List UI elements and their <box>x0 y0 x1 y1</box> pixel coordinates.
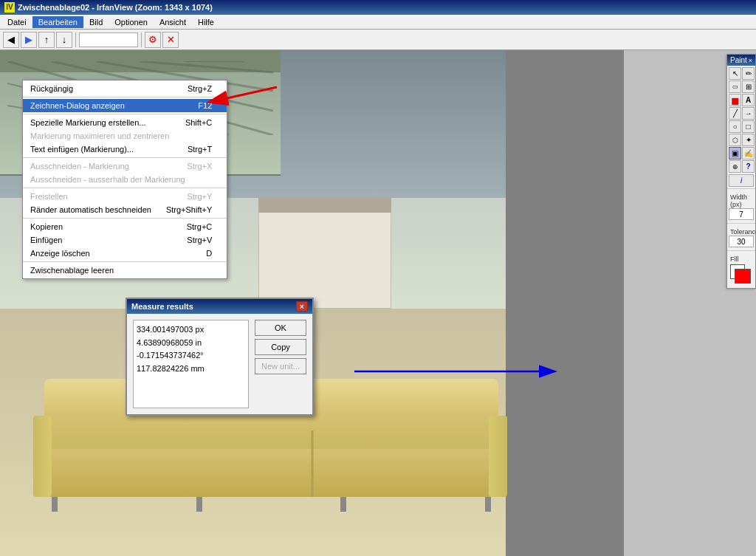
couch-leg-4 <box>485 497 491 512</box>
menu-bar: Datei Bearbeiten Bild Optionen Ansicht H… <box>0 15 756 30</box>
paint-tool-circle[interactable]: ○ <box>729 120 741 133</box>
ok-button[interactable]: OK <box>255 320 306 336</box>
sep6 <box>23 261 227 262</box>
toolbar-sep2 <box>141 32 142 47</box>
paint-tolerance-label: Tolerance <box>729 227 754 236</box>
svg-line-3 <box>140 61 273 72</box>
paint-tool-pointer[interactable]: ↖ <box>729 67 741 80</box>
menu-copy[interactable]: Kopieren Strg+C <box>23 220 227 233</box>
dialog-text-area: 334.001497003 px 4.63890968059 in -0.171… <box>133 320 249 408</box>
couch-arm-right <box>489 416 507 497</box>
toolbar-up-btn[interactable]: ↑ <box>38 32 55 48</box>
menu-auto-crop[interactable]: Ränder automatisch beschneiden Strg+Shif… <box>23 203 227 216</box>
paint-panel: Paint × ↖ ✏ ▭ ⊞ ◼ A ╱ → ○ □ ⬡ ✦ ▣ ✍ ⊕ ? … <box>726 54 756 289</box>
measure-line-4: 117.82824226 mm <box>137 363 245 376</box>
red-arrow-menu <box>137 80 284 140</box>
dialog-close-btn[interactable]: × <box>296 301 308 312</box>
dialog-title: Measure results <box>131 302 193 311</box>
menu-paste[interactable]: Einfügen Strg+V <box>23 233 227 247</box>
menu-freehand: Freistellen Strg+Y <box>23 190 227 203</box>
paint-fill-label: Fill <box>729 254 754 263</box>
menu-delete[interactable]: Anzeige löschen D <box>23 247 227 260</box>
toolbar-sep <box>75 32 76 47</box>
paint-tool-rect[interactable]: □ <box>742 120 755 133</box>
paint-sep3 <box>727 250 755 251</box>
menu-optionen[interactable]: Optionen <box>109 16 154 28</box>
paint-close-btn[interactable]: × <box>749 57 752 64</box>
paint-color-display[interactable] <box>730 264 752 285</box>
couch-legs <box>44 497 498 512</box>
paint-tool-fill[interactable]: ◼ <box>729 94 741 106</box>
dialog-buttons: OK Copy New unit... <box>255 320 306 408</box>
paint-tool-pencil[interactable]: ✏ <box>742 67 755 80</box>
paint-fill-area: Fill <box>727 253 755 288</box>
paint-width-label: Width (px) <box>729 192 754 208</box>
paint-label: Paint <box>730 56 747 64</box>
svg-line-12 <box>210 87 277 102</box>
sep4 <box>23 188 227 188</box>
measure-line-2: 4.63890968059 in <box>137 337 245 350</box>
window-title: Zwischenablage02 - IrfanView (Zoom: 1343… <box>18 3 213 12</box>
paint-width-input[interactable] <box>729 208 754 220</box>
paint-tool-picker[interactable]: ✦ <box>742 134 755 146</box>
menu-bearbeiten[interactable]: Bearbeiten <box>32 16 83 28</box>
sep5 <box>23 218 227 219</box>
dialog-title-bar: Measure results × <box>127 299 312 314</box>
couch-divider <box>311 430 313 497</box>
toolbar-back-btn[interactable]: ◀ <box>3 32 19 48</box>
paint-color-red <box>735 269 751 284</box>
blue-arrow-image <box>347 349 561 395</box>
app-icon: IV <box>4 2 15 13</box>
paint-tool-eraser[interactable]: ▭ <box>729 80 741 93</box>
couch-leg-3 <box>340 497 346 512</box>
measure-dialog: Measure results × 334.001497003 px 4.638… <box>126 298 314 416</box>
paint-tool-info-btn[interactable]: i <box>729 174 754 187</box>
title-bar: IV Zwischenablage02 - IrfanView (Zoom: 1… <box>0 0 756 15</box>
paint-tool-info: i <box>727 174 755 187</box>
couch-leg-2 <box>196 497 202 512</box>
main-image-area: Rückgängig Strg+Z Zeichnen-Dialog anzeig… <box>0 50 624 556</box>
paint-tolerance-area: Tolerance <box>727 225 755 249</box>
toolbar-input[interactable] <box>79 32 138 47</box>
paint-tool-help[interactable]: ? <box>742 160 755 173</box>
toolbar-close-btn[interactable]: ✕ <box>162 32 179 48</box>
paint-tool-plugin[interactable]: ⊕ <box>729 160 741 173</box>
couch-arm-left <box>33 416 52 497</box>
toolbar-down-btn[interactable]: ↓ <box>56 32 72 48</box>
paint-tool-bucket[interactable]: ⬡ <box>729 134 741 146</box>
paint-tool-arrow[interactable]: → <box>742 107 755 120</box>
toolbar: ◀ ▶ ↑ ↓ ⚙ ✕ <box>0 30 756 50</box>
measure-line-1: 334.001497003 px <box>137 323 245 337</box>
toolbar-settings-btn[interactable]: ⚙ <box>145 32 161 48</box>
couch-seat <box>41 449 502 497</box>
menu-clear-clipboard[interactable]: Zwischenablage leeren <box>23 264 227 277</box>
paint-tool-special1[interactable]: ▣ <box>729 147 741 159</box>
dialog-content: 334.001497003 px 4.63890968059 in -0.171… <box>127 314 312 414</box>
menu-cut-mark: Ausschneiden - Markierung Strg+X <box>23 159 227 173</box>
copy-button[interactable]: Copy <box>255 339 306 355</box>
sep3 <box>23 157 227 158</box>
couch-leg-1 <box>52 497 58 512</box>
paint-tool-edit[interactable]: ✍ <box>742 147 755 159</box>
paint-tolerance-input[interactable] <box>729 236 754 247</box>
new-unit-button[interactable]: New unit... <box>255 358 306 374</box>
paint-tool-text[interactable]: A <box>742 94 755 106</box>
paint-tool-line[interactable]: ╱ <box>729 107 741 120</box>
paint-width-area: Width (px) <box>727 191 755 222</box>
menu-cut-outside: Ausschneiden - ausserhalb der Markierung <box>23 173 227 186</box>
paint-sep2 <box>727 223 755 224</box>
toolbar-forward-btn[interactable]: ▶ <box>21 32 37 48</box>
menu-hilfe[interactable]: Hilfe <box>192 16 220 28</box>
menu-ansicht[interactable]: Ansicht <box>154 16 192 28</box>
paint-sep1 <box>727 188 755 189</box>
measure-line-3: -0.171543737462° <box>137 349 245 363</box>
paint-panel-title: Paint × <box>727 55 755 66</box>
menu-bild[interactable]: Bild <box>83 16 109 28</box>
menu-insert-text[interactable]: Text einfügen (Markierung)... Strg+T <box>23 143 227 156</box>
paint-tool-clone[interactable]: ⊞ <box>742 80 755 93</box>
menu-datei[interactable]: Datei <box>1 16 32 28</box>
paint-tools: ↖ ✏ ▭ ⊞ ◼ A ╱ → ○ □ ⬡ ✦ ▣ ✍ ⊕ ? <box>727 66 755 174</box>
